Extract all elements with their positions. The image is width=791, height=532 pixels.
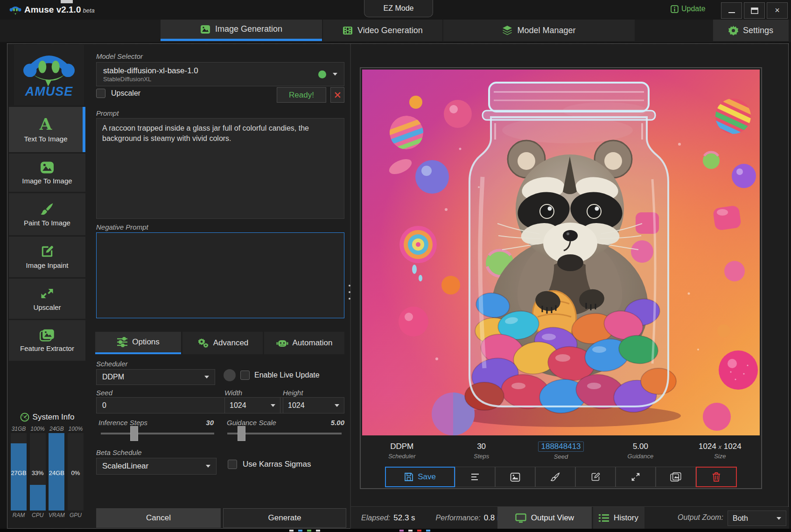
info-size: 1024 x 1024Size xyxy=(680,438,760,464)
gears-icon xyxy=(197,338,209,348)
upscaler-checkbox[interactable] xyxy=(96,89,105,98)
tab-automation[interactable]: Automation xyxy=(264,332,344,354)
elapsed-value: 52.3 s xyxy=(393,513,415,523)
paint-to-image-button[interactable] xyxy=(535,467,575,487)
gear-icon xyxy=(728,26,738,35)
height-dropdown[interactable]: 1024 xyxy=(283,397,344,413)
seed-link[interactable]: 188848413 xyxy=(538,441,583,452)
height-label: Height xyxy=(283,389,303,397)
robot-icon xyxy=(276,338,288,348)
delete-button[interactable] xyxy=(696,467,737,487)
output-toolbar: Save xyxy=(362,467,760,488)
feature-extract-button[interactable] xyxy=(656,467,696,487)
maximize-button[interactable] xyxy=(744,2,765,19)
generated-image[interactable] xyxy=(362,70,760,435)
width-label: Width xyxy=(224,389,242,397)
tab-model-manager[interactable]: Model Manager xyxy=(443,20,635,41)
trash-icon xyxy=(712,472,721,482)
gauge-cpu: 100% 33% CPU xyxy=(29,426,46,527)
close-icon xyxy=(335,92,341,98)
floppy-icon xyxy=(404,472,413,482)
main-tab-bar: Image Generation Video Generation Model … xyxy=(0,20,791,42)
width-dropdown[interactable]: 1024 xyxy=(224,397,280,413)
prompt-input[interactable]: A raccoon trapped inside a glass jar ful… xyxy=(96,118,344,219)
collapsed-panel-tab xyxy=(61,0,73,3)
upscaler-checkbox-label: Upscaler xyxy=(111,89,140,98)
image-icon xyxy=(40,161,55,174)
paintbrush-icon xyxy=(40,202,54,216)
scheduler-label: Scheduler xyxy=(96,360,128,368)
status-bar: Elapsed: 52.3 s Performance: 0.8 it/s Ou… xyxy=(351,506,789,529)
image-icon xyxy=(200,25,210,34)
info-steps: 30Steps xyxy=(441,438,521,464)
model-selector-dropdown[interactable]: stable-diffusion-xl-base-1.0 StableDiffu… xyxy=(96,62,344,86)
seed-label: Seed xyxy=(96,389,112,397)
sidebar-item-feature-extractor[interactable]: Feature Extractor xyxy=(9,320,85,361)
letter-a-icon: A xyxy=(40,116,52,132)
scheduler-dropdown[interactable]: DDPM xyxy=(96,369,215,385)
guidance-slider[interactable] xyxy=(227,426,342,441)
close-icon: × xyxy=(775,6,780,15)
output-view-button[interactable]: Output View xyxy=(497,507,592,529)
performance-label: Performance: xyxy=(436,514,481,522)
maximize-icon xyxy=(751,7,758,14)
output-zoom-dropdown[interactable]: Both xyxy=(728,511,786,526)
karras-checkbox[interactable] xyxy=(228,460,237,469)
tab-video-generation[interactable]: Video Generation xyxy=(323,20,442,41)
model-name: stable-diffusion-xl-base-1.0 xyxy=(103,66,318,76)
history-button[interactable]: History xyxy=(593,507,644,529)
live-update-row: Enable Live Update xyxy=(224,369,320,381)
info-scheduler: DDPMScheduler xyxy=(362,438,441,464)
layers-icon xyxy=(502,26,512,35)
cancel-button[interactable]: Cancel xyxy=(96,508,221,528)
beta-schedule-dropdown[interactable]: ScaledLinear xyxy=(96,458,217,475)
view-prompt-button[interactable] xyxy=(455,467,495,487)
sidebar-item-image-to-image[interactable]: Image To Image xyxy=(9,154,85,192)
film-icon xyxy=(343,26,353,35)
amuse-robot-icon xyxy=(20,52,78,86)
sidebar-item-text-to-image[interactable]: A Text To Image xyxy=(9,107,85,152)
tab-advanced[interactable]: Advanced xyxy=(182,332,263,354)
amuse-logo-text: AMUSE xyxy=(25,84,73,99)
tab-options[interactable]: Options xyxy=(95,332,181,354)
tab-image-generation[interactable]: Image Generation xyxy=(161,20,322,41)
system-info-title: System Info xyxy=(7,413,87,422)
panel-drag-handle[interactable] xyxy=(348,283,351,301)
negative-prompt-input[interactable] xyxy=(96,232,344,318)
beta-schedule-label: Beta Schedule xyxy=(96,448,142,456)
sidebar-item-paint-to-image[interactable]: Paint To Image xyxy=(9,193,85,235)
app-title: Amuse v2.1.0beta xyxy=(24,5,95,15)
status-ready-badge: Ready! xyxy=(277,87,326,103)
model-type: StableDiffusionXL xyxy=(103,76,318,83)
gauge-icon xyxy=(20,413,29,422)
live-update-label: Enable Live Update xyxy=(254,371,320,379)
chevron-down-icon xyxy=(777,517,781,520)
generate-button[interactable]: Generate xyxy=(223,508,346,528)
cancel-load-button[interactable] xyxy=(330,87,344,103)
tab-settings[interactable]: Settings xyxy=(713,20,789,41)
upscale-button[interactable] xyxy=(616,467,656,487)
taskbar-sliver xyxy=(0,529,791,532)
sidebar-item-upscaler[interactable]: Upscaler xyxy=(9,279,85,319)
minimize-button[interactable] xyxy=(721,2,742,19)
ez-mode-button[interactable]: EZ Mode xyxy=(364,0,433,17)
model-selector-label: Model Selector xyxy=(96,52,143,60)
image-to-image-button[interactable] xyxy=(495,467,535,487)
live-update-checkbox[interactable] xyxy=(240,371,250,380)
image-icon xyxy=(510,473,520,482)
chevron-down-icon xyxy=(206,465,210,468)
list-icon xyxy=(599,514,609,522)
gauge-gpu: 100% 0% GPU xyxy=(67,426,84,527)
inpaint-button[interactable] xyxy=(575,467,616,487)
upscaler-row: Upscaler xyxy=(96,89,140,98)
edit-square-icon xyxy=(591,472,600,482)
sidebar-item-image-inpaint[interactable]: Image Inpaint xyxy=(9,237,85,277)
update-button[interactable]: Update xyxy=(671,5,706,13)
monitor-icon xyxy=(515,513,526,523)
close-button[interactable]: × xyxy=(767,2,788,19)
save-button[interactable]: Save xyxy=(385,467,455,487)
gauge-ram: 31GB 27GB RAM xyxy=(10,426,27,527)
content-area: AMUSE A Text To Image Image To Image Pai… xyxy=(7,43,789,529)
paintbrush-icon xyxy=(551,472,560,482)
steps-slider[interactable] xyxy=(101,426,214,441)
